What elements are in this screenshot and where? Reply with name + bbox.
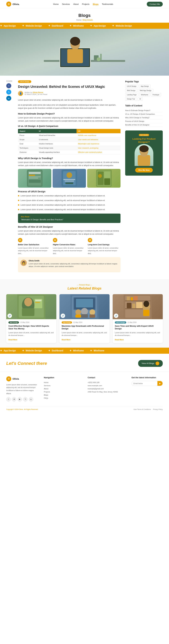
svg-rect-21 <box>63 179 75 180</box>
benefit-num-2: 02 <box>53 238 57 242</box>
section4-text: Lorem ipsum dolor sit amet, consectetur … <box>18 229 120 236</box>
footer-youtube-button[interactable]: ▶ <box>18 397 22 402</box>
tag-5[interactable]: Wireframe <box>139 93 150 96</box>
footer-nav-home[interactable]: Home <box>44 381 81 384</box>
svg-point-51 <box>90 309 95 315</box>
breadcrumb-home[interactable]: Home <box>76 19 81 21</box>
tag-8[interactable]: UI <box>138 97 143 100</box>
rc-badge-1: 🔗 <box>8 314 12 318</box>
tag-2[interactable]: Web Design <box>125 89 137 92</box>
navbar: O Olivia. Home Services About Projects B… <box>0 0 169 8</box>
svg-rect-38 <box>22 308 35 316</box>
footer-contact-email[interactable]: example@gmail.com <box>88 387 125 390</box>
tag-4[interactable]: Landing Page <box>125 93 138 96</box>
related-blogs-section: — Related Blogs — Latest Related Blogs <box>0 279 169 348</box>
toc-item-1[interactable]: UI vs. UX Design: A Quick Comparison <box>125 112 163 116</box>
contact-button[interactable]: Contact Me <box>147 2 163 6</box>
hire-me-button[interactable]: Hire Me Now <box>135 168 153 172</box>
ticker-item-2: ✦ Website Design <box>22 24 42 27</box>
benefit-title-1: Better User Satisfaction <box>18 244 51 246</box>
tag-3[interactable]: Web App Design <box>138 89 153 92</box>
nav-services[interactable]: Services <box>62 3 70 5</box>
copyright-text: Copyright © 2024 Olivia . All Rights Res… <box>6 408 38 410</box>
process-item-1: Lorem ipsum dolor sit amet, consectetur … <box>18 194 120 197</box>
footer-nav-blogs[interactable]: Blogs <box>44 394 81 396</box>
popular-tags-list: UI/UX Design App Design Web Design Web A… <box>125 85 163 100</box>
footer-instagram-button[interactable]: ⊕ <box>12 397 16 402</box>
newsletter-email-input[interactable] <box>132 381 157 386</box>
read-more-1[interactable]: Read More <box>9 339 17 340</box>
footer-logo: O Olivia <box>6 376 38 381</box>
toc-item-4[interactable]: Benefits of Hire UI UX Designer <box>125 123 163 127</box>
also-read-box: Also Read : "Minimalist UI Design: Benef… <box>18 214 120 223</box>
nav-blogs[interactable]: Blogs <box>93 3 98 5</box>
blog-content-main: UI/UX Design Design Unraveled: Behind th… <box>18 80 120 274</box>
process-list: Lorem ipsum dolor sit amet, consectetur … <box>18 194 120 211</box>
testimonial-name: Olivia Smith <box>29 260 118 262</box>
testimonial-box: 👩 Olivia Smith Lorem ipsum dolor sit ame… <box>18 257 120 272</box>
benefit-num-3: 03 <box>88 238 92 242</box>
table-row: Techniques Visual design tools User rese… <box>18 146 120 150</box>
ticker2-item-5: ✦ Wireframe <box>90 349 104 352</box>
share-linkedin-button[interactable]: in <box>6 96 11 101</box>
hero-placeholder <box>0 29 169 76</box>
footer-nav-faqs[interactable]: FAQs <box>44 396 81 400</box>
footer-bottom-links: User Terms & Conditions Privacy Policy <box>133 408 163 410</box>
ticker2-item-1: ✦ App Design <box>0 349 16 352</box>
footer-privacy-link[interactable]: Privacy Policy <box>153 408 163 410</box>
ticker2-item-4: ✦ Wireframe <box>70 349 84 352</box>
trending-images <box>18 169 120 188</box>
footer-linkedin-button[interactable]: in <box>29 397 33 402</box>
testimonial-avatar: 👩 <box>21 260 27 266</box>
author-row: 👤 Written by Olivia Pierce 31 March 2024… <box>18 91 120 96</box>
tag-7[interactable]: Design Tool <box>125 97 137 100</box>
also-read-link[interactable]: "Minimalist UI Design: Benefits and Best… <box>21 218 118 221</box>
footer-nav-projects[interactable]: Projects <box>44 390 81 394</box>
nav-about[interactable]: About <box>73 3 79 5</box>
svg-rect-15 <box>29 176 41 177</box>
footer-nav-about[interactable]: About <box>44 387 81 390</box>
read-more-3[interactable]: Read More <box>115 339 124 340</box>
newsletter-submit-button[interactable]: ▶ <box>157 381 162 386</box>
benefit-num-1: 01 <box>18 238 22 242</box>
footer-terms-link[interactable]: User Terms & Conditions <box>133 408 151 410</box>
svg-rect-65 <box>143 310 149 316</box>
view-all-blogs-button[interactable]: View All Blogs → <box>138 360 163 367</box>
ticker-item-5: ✦ App Design <box>90 24 106 27</box>
toc-item-2[interactable]: Why UI/UX Design is Trending? <box>125 116 163 120</box>
footer-newsletter-title: Get the latest information <box>131 376 163 379</box>
svg-rect-59 <box>134 296 138 300</box>
nav-testimonials[interactable]: Testimonials <box>102 3 113 5</box>
table-header-aspect: Aspect <box>18 129 37 133</box>
svg-rect-14 <box>29 175 35 176</box>
svg-rect-27 <box>104 172 110 178</box>
footer-contact-list: +0252-456-189 www.example.com example@gm… <box>88 381 125 394</box>
footer-facebook-button[interactable]: f <box>6 397 11 402</box>
svg-rect-32 <box>138 155 150 166</box>
related-section-title: Latest Related Blogs <box>6 286 163 290</box>
toc-item-3[interactable]: Process of UI/UX Design <box>125 120 163 123</box>
trending-img-1 <box>18 169 51 188</box>
tag-0[interactable]: UI/UX Design <box>125 85 138 88</box>
benefits-cards: 01 Better User Satisfaction Lorem ipsum … <box>18 238 120 255</box>
nav-projects[interactable]: Projects <box>82 3 89 5</box>
ticker2-item-2: ✦ Website Design <box>22 349 42 352</box>
svg-rect-61 <box>132 304 135 308</box>
ticker2-item-3: ✦ Dashboard <box>48 349 63 352</box>
share-facebook-button[interactable]: f <box>6 83 11 88</box>
toc-item-0[interactable]: How to Estimate Design Project? <box>125 109 163 112</box>
tag-1[interactable]: App Design <box>139 85 151 88</box>
svg-rect-17 <box>29 180 41 183</box>
related-card-2: 🔗 App Design 12 May 2024 Maximize App Do… <box>60 294 110 343</box>
read-more-2[interactable]: Read More <box>62 339 70 340</box>
share-twitter-button[interactable]: 𝕏 <box>6 90 11 94</box>
nav-home[interactable]: Home <box>53 3 59 5</box>
footer-twitter-button[interactable]: 𝕏 <box>23 397 28 402</box>
nav-logo: O Olivia. <box>6 2 20 6</box>
author-info: Written by Olivia Pierce 31 March 2024 |… <box>25 92 47 95</box>
tag-6[interactable]: Prototype <box>151 93 161 96</box>
ticker-bar-2: ✦ App Design ✦ Website Design ✦ Dashboar… <box>0 348 169 354</box>
footer-contact-website[interactable]: www.example.com <box>88 384 125 387</box>
footer-nav-services[interactable]: Services <box>44 384 81 387</box>
benefit-title-3: Long-term Cost Savings <box>88 244 120 246</box>
